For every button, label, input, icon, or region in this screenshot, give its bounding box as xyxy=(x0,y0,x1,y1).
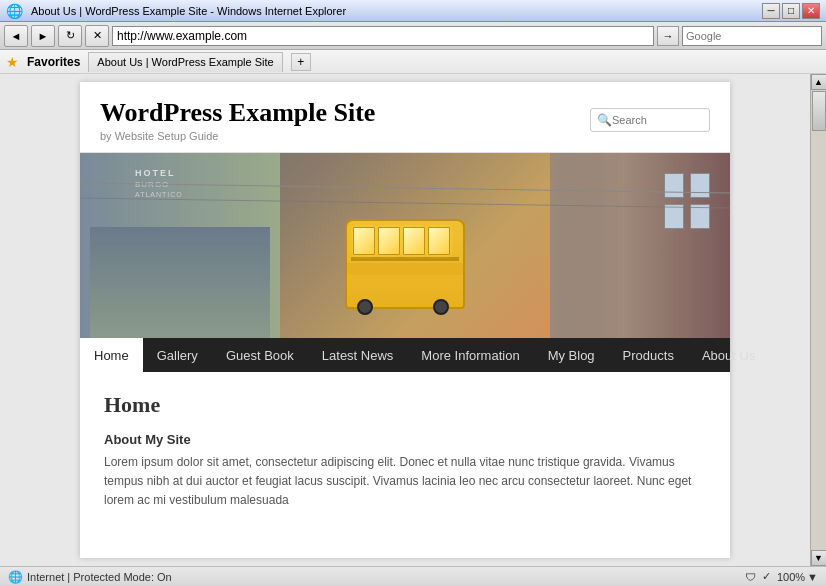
site-search-input[interactable] xyxy=(612,114,692,126)
hotel-sub: ATLANTICO xyxy=(135,191,183,198)
nav-item-guestbook[interactable]: Guest Book xyxy=(212,338,308,372)
scroll-track[interactable] xyxy=(811,90,827,550)
content-subheading: About My Site xyxy=(104,432,706,447)
hotel-sign-text: HOTEL xyxy=(135,168,176,178)
buildings-right xyxy=(550,153,730,338)
tab-label: About Us | WordPress Example Site xyxy=(97,56,273,68)
nav-item-home[interactable]: Home xyxy=(80,338,143,372)
site-search-box[interactable]: 🔍 xyxy=(590,108,710,132)
refresh-button[interactable]: ↻ xyxy=(58,25,82,47)
maximize-button[interactable]: □ xyxy=(782,3,800,19)
zoom-level: 100% xyxy=(777,571,805,583)
back-button[interactable]: ◄ xyxy=(4,25,28,47)
nav-item-myblog[interactable]: My Blog xyxy=(534,338,609,372)
hero-image: HOTEL BURGO ATLANTICO xyxy=(80,153,730,338)
site-header: WordPress Example Site by Website Setup … xyxy=(80,82,730,153)
site-container: WordPress Example Site by Website Setup … xyxy=(80,82,730,558)
status-right: 🛡 ✓ 100% ▼ xyxy=(745,570,818,583)
scroll-up-button[interactable]: ▲ xyxy=(811,74,827,90)
webpage-area: WordPress Example Site by Website Setup … xyxy=(0,74,810,566)
zoom-control[interactable]: 100% ▼ xyxy=(777,571,818,583)
favorites-star-icon: ★ xyxy=(6,54,19,70)
hotel-name: BURGO xyxy=(135,180,169,189)
go-button[interactable]: → xyxy=(657,26,679,46)
url-text: http://www.example.com xyxy=(117,29,247,43)
window-controls: ─ □ ✕ xyxy=(762,3,820,19)
ie-search-box[interactable]: 🔍 xyxy=(682,26,822,46)
shield-icon: 🛡 xyxy=(745,571,756,583)
nav-item-aboutus[interactable]: About Us xyxy=(688,338,769,372)
stop-button[interactable]: ✕ xyxy=(85,25,109,47)
checkmark-icon: ✓ xyxy=(762,570,771,583)
site-nav: Home Gallery Guest Book Latest News More… xyxy=(80,338,730,372)
search-magnifier-icon: 🔍 xyxy=(597,113,612,127)
buildings-left: HOTEL BURGO ATLANTICO xyxy=(80,153,280,338)
close-button[interactable]: ✕ xyxy=(802,3,820,19)
scroll-down-button[interactable]: ▼ xyxy=(811,550,827,566)
browser-tab[interactable]: About Us | WordPress Example Site xyxy=(88,52,282,72)
new-tab-button[interactable]: + xyxy=(291,53,311,71)
scrollbar: ▲ ▼ xyxy=(810,74,826,566)
title-bar-text: About Us | WordPress Example Site - Wind… xyxy=(27,5,762,17)
content-text: Lorem ipsum dolor sit amet, consectetur … xyxy=(104,453,706,511)
minimize-button[interactable]: ─ xyxy=(762,3,780,19)
site-title-block: WordPress Example Site by Website Setup … xyxy=(100,98,375,142)
ie-search-input[interactable] xyxy=(683,30,826,42)
nav-item-moreinfo[interactable]: More Information xyxy=(407,338,533,372)
nav-item-products[interactable]: Products xyxy=(609,338,688,372)
nav-item-gallery[interactable]: Gallery xyxy=(143,338,212,372)
status-text: Internet | Protected Mode: On xyxy=(27,571,172,583)
favorites-bar: ★ Favorites About Us | WordPress Example… xyxy=(0,50,826,74)
nav-item-latestnews[interactable]: Latest News xyxy=(308,338,408,372)
site-content: Home About My Site Lorem ipsum dolor sit… xyxy=(80,372,730,531)
tram xyxy=(345,219,465,309)
address-field[interactable]: http://www.example.com xyxy=(112,26,654,46)
address-bar: ◄ ► ↻ ✕ http://www.example.com → 🔍 xyxy=(0,22,826,50)
scroll-thumb[interactable] xyxy=(812,91,826,131)
site-title: WordPress Example Site xyxy=(100,98,375,128)
title-bar: 🌐 About Us | WordPress Example Site - Wi… xyxy=(0,0,826,22)
favorites-label: Favorites xyxy=(27,55,80,69)
page-heading: Home xyxy=(104,392,706,418)
zoom-chevron-icon: ▼ xyxy=(807,571,818,583)
forward-button[interactable]: ► xyxy=(31,25,55,47)
status-bar: 🌐 Internet | Protected Mode: On 🛡 ✓ 100%… xyxy=(0,566,826,586)
internet-icon: 🌐 xyxy=(8,570,23,584)
browser-content: WordPress Example Site by Website Setup … xyxy=(0,74,826,566)
site-subtitle: by Website Setup Guide xyxy=(100,130,375,142)
